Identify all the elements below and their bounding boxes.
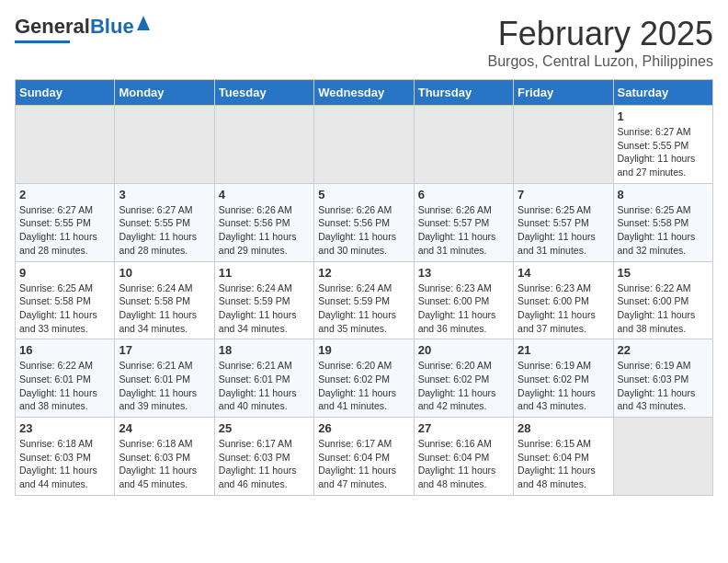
day-number: 23 bbox=[19, 421, 110, 435]
calendar-cell: 18Sunrise: 6:21 AM Sunset: 6:01 PM Dayli… bbox=[214, 339, 313, 418]
day-number: 2 bbox=[19, 188, 110, 201]
day-info: Sunrise: 6:25 AM Sunset: 5:57 PM Dayligh… bbox=[518, 203, 609, 258]
day-number: 9 bbox=[19, 266, 110, 280]
calendar-cell: 4Sunrise: 6:26 AM Sunset: 5:56 PM Daylig… bbox=[214, 183, 313, 261]
day-number: 6 bbox=[418, 188, 509, 201]
calendar-cell: 1Sunrise: 6:27 AM Sunset: 5:55 PM Daylig… bbox=[613, 106, 712, 184]
day-info: Sunrise: 6:27 AM Sunset: 5:55 PM Dayligh… bbox=[19, 203, 110, 258]
calendar-cell: 6Sunrise: 6:26 AM Sunset: 5:57 PM Daylig… bbox=[414, 183, 513, 261]
calendar-cell: 25Sunrise: 6:17 AM Sunset: 6:03 PM Dayli… bbox=[214, 418, 313, 496]
day-number: 25 bbox=[219, 421, 310, 435]
calendar-week-row: 9Sunrise: 6:25 AM Sunset: 5:58 PM Daylig… bbox=[16, 261, 713, 339]
calendar-cell: 24Sunrise: 6:18 AM Sunset: 6:03 PM Dayli… bbox=[115, 418, 214, 496]
day-info: Sunrise: 6:26 AM Sunset: 5:56 PM Dayligh… bbox=[219, 203, 310, 258]
day-number: 10 bbox=[119, 266, 210, 280]
calendar-cell: 8Sunrise: 6:25 AM Sunset: 5:58 PM Daylig… bbox=[613, 183, 712, 261]
calendar-cell bbox=[613, 418, 712, 496]
day-number: 27 bbox=[418, 421, 509, 435]
calendar-body: 1Sunrise: 6:27 AM Sunset: 5:55 PM Daylig… bbox=[16, 106, 713, 496]
day-number: 11 bbox=[219, 266, 310, 280]
day-number: 17 bbox=[119, 343, 210, 357]
calendar-week-row: 23Sunrise: 6:18 AM Sunset: 6:03 PM Dayli… bbox=[16, 418, 713, 496]
calendar-cell: 14Sunrise: 6:23 AM Sunset: 6:00 PM Dayli… bbox=[514, 261, 613, 339]
day-info: Sunrise: 6:21 AM Sunset: 6:01 PM Dayligh… bbox=[119, 359, 210, 413]
day-info: Sunrise: 6:17 AM Sunset: 6:03 PM Dayligh… bbox=[219, 437, 310, 491]
day-number: 20 bbox=[418, 343, 509, 357]
calendar-cell: 7Sunrise: 6:25 AM Sunset: 5:57 PM Daylig… bbox=[514, 183, 613, 261]
weekday-header-sunday: Sunday bbox=[16, 80, 115, 106]
calendar-cell: 10Sunrise: 6:24 AM Sunset: 5:58 PM Dayli… bbox=[115, 261, 214, 339]
day-info: Sunrise: 6:26 AM Sunset: 5:56 PM Dayligh… bbox=[318, 203, 409, 258]
calendar-cell: 15Sunrise: 6:22 AM Sunset: 6:00 PM Dayli… bbox=[613, 261, 712, 339]
weekday-header-monday: Monday bbox=[115, 80, 214, 106]
day-info: Sunrise: 6:24 AM Sunset: 5:59 PM Dayligh… bbox=[219, 282, 310, 336]
svg-marker-0 bbox=[137, 16, 150, 30]
page-header: GeneralBlue February 2025 Burgos, Centra… bbox=[15, 15, 713, 70]
calendar-table: SundayMondayTuesdayWednesdayThursdayFrid… bbox=[15, 79, 713, 496]
day-info: Sunrise: 6:18 AM Sunset: 6:03 PM Dayligh… bbox=[19, 437, 110, 491]
day-number: 14 bbox=[518, 266, 609, 280]
day-number: 13 bbox=[418, 266, 509, 280]
calendar-cell: 27Sunrise: 6:16 AM Sunset: 6:04 PM Dayli… bbox=[414, 418, 513, 496]
calendar-cell: 17Sunrise: 6:21 AM Sunset: 6:01 PM Dayli… bbox=[115, 339, 214, 418]
day-info: Sunrise: 6:24 AM Sunset: 5:58 PM Dayligh… bbox=[119, 282, 210, 336]
day-info: Sunrise: 6:15 AM Sunset: 6:04 PM Dayligh… bbox=[518, 437, 609, 491]
calendar-cell: 20Sunrise: 6:20 AM Sunset: 6:02 PM Dayli… bbox=[414, 339, 513, 418]
day-info: Sunrise: 6:16 AM Sunset: 6:04 PM Dayligh… bbox=[418, 437, 509, 491]
day-number: 4 bbox=[219, 188, 310, 201]
day-number: 5 bbox=[318, 188, 409, 201]
day-number: 19 bbox=[318, 343, 409, 357]
calendar-cell bbox=[514, 106, 613, 184]
day-info: Sunrise: 6:20 AM Sunset: 6:02 PM Dayligh… bbox=[418, 359, 509, 413]
calendar-cell bbox=[214, 106, 313, 184]
calendar-cell: 11Sunrise: 6:24 AM Sunset: 5:59 PM Dayli… bbox=[214, 261, 313, 339]
day-info: Sunrise: 6:17 AM Sunset: 6:04 PM Dayligh… bbox=[318, 437, 409, 491]
calendar-cell bbox=[115, 106, 214, 184]
day-number: 1 bbox=[618, 109, 709, 123]
day-info: Sunrise: 6:24 AM Sunset: 5:59 PM Dayligh… bbox=[318, 282, 409, 336]
day-info: Sunrise: 6:18 AM Sunset: 6:03 PM Dayligh… bbox=[119, 437, 210, 491]
logo-triangle-icon bbox=[137, 16, 150, 34]
title-block: February 2025 Burgos, Central Luzon, Phi… bbox=[488, 15, 713, 70]
calendar-week-row: 2Sunrise: 6:27 AM Sunset: 5:55 PM Daylig… bbox=[16, 183, 713, 261]
day-number: 22 bbox=[618, 343, 709, 357]
calendar-cell: 2Sunrise: 6:27 AM Sunset: 5:55 PM Daylig… bbox=[16, 183, 115, 261]
day-info: Sunrise: 6:26 AM Sunset: 5:57 PM Dayligh… bbox=[418, 203, 509, 258]
day-info: Sunrise: 6:21 AM Sunset: 6:01 PM Dayligh… bbox=[219, 359, 310, 413]
logo-text: GeneralBlue bbox=[15, 15, 134, 39]
logo-line bbox=[15, 40, 70, 43]
calendar-cell: 5Sunrise: 6:26 AM Sunset: 5:56 PM Daylig… bbox=[314, 183, 414, 261]
day-info: Sunrise: 6:22 AM Sunset: 6:01 PM Dayligh… bbox=[19, 359, 110, 413]
calendar-title: February 2025 bbox=[488, 15, 713, 53]
day-number: 26 bbox=[318, 421, 409, 435]
day-info: Sunrise: 6:19 AM Sunset: 6:03 PM Dayligh… bbox=[618, 359, 709, 413]
calendar-cell: 22Sunrise: 6:19 AM Sunset: 6:03 PM Dayli… bbox=[613, 339, 712, 418]
day-info: Sunrise: 6:25 AM Sunset: 5:58 PM Dayligh… bbox=[618, 203, 709, 258]
weekday-header-saturday: Saturday bbox=[613, 80, 712, 106]
logo: GeneralBlue bbox=[15, 15, 150, 43]
day-info: Sunrise: 6:25 AM Sunset: 5:58 PM Dayligh… bbox=[19, 282, 110, 336]
weekday-header-friday: Friday bbox=[514, 80, 613, 106]
day-info: Sunrise: 6:27 AM Sunset: 5:55 PM Dayligh… bbox=[119, 203, 210, 258]
calendar-header: SundayMondayTuesdayWednesdayThursdayFrid… bbox=[16, 80, 713, 106]
day-info: Sunrise: 6:19 AM Sunset: 6:02 PM Dayligh… bbox=[518, 359, 609, 413]
weekday-header-wednesday: Wednesday bbox=[314, 80, 414, 106]
calendar-subtitle: Burgos, Central Luzon, Philippines bbox=[488, 53, 713, 70]
calendar-cell: 26Sunrise: 6:17 AM Sunset: 6:04 PM Dayli… bbox=[314, 418, 414, 496]
day-number: 24 bbox=[119, 421, 210, 435]
day-number: 12 bbox=[318, 266, 409, 280]
day-number: 15 bbox=[618, 266, 709, 280]
calendar-cell: 12Sunrise: 6:24 AM Sunset: 5:59 PM Dayli… bbox=[314, 261, 414, 339]
calendar-week-row: 1Sunrise: 6:27 AM Sunset: 5:55 PM Daylig… bbox=[16, 106, 713, 184]
day-number: 8 bbox=[618, 188, 709, 201]
calendar-cell: 21Sunrise: 6:19 AM Sunset: 6:02 PM Dayli… bbox=[514, 339, 613, 418]
calendar-cell: 13Sunrise: 6:23 AM Sunset: 6:00 PM Dayli… bbox=[414, 261, 513, 339]
day-info: Sunrise: 6:20 AM Sunset: 6:02 PM Dayligh… bbox=[318, 359, 409, 413]
calendar-cell: 9Sunrise: 6:25 AM Sunset: 5:58 PM Daylig… bbox=[16, 261, 115, 339]
calendar-cell: 28Sunrise: 6:15 AM Sunset: 6:04 PM Dayli… bbox=[514, 418, 613, 496]
day-number: 28 bbox=[518, 421, 609, 435]
calendar-cell: 3Sunrise: 6:27 AM Sunset: 5:55 PM Daylig… bbox=[115, 183, 214, 261]
logo-general: General bbox=[15, 15, 90, 38]
day-info: Sunrise: 6:23 AM Sunset: 6:00 PM Dayligh… bbox=[418, 282, 509, 336]
day-number: 16 bbox=[19, 343, 110, 357]
